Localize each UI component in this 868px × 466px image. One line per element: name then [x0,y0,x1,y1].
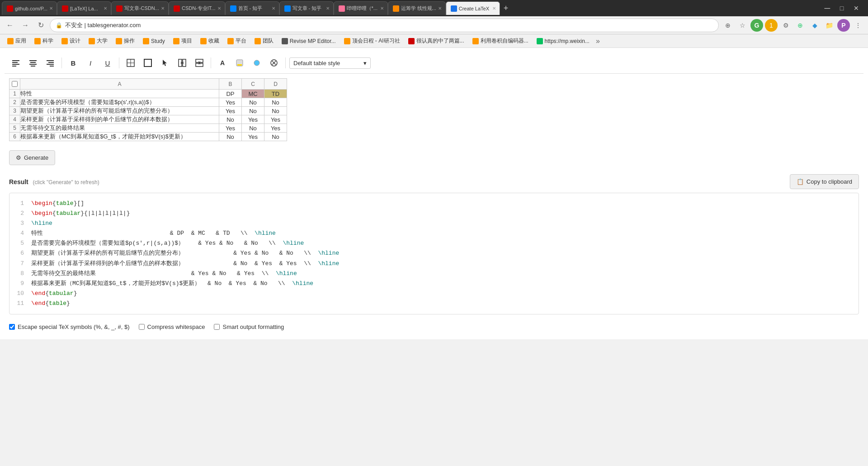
cell-1-d[interactable]: TD [264,90,287,98]
bookmark-button[interactable]: ☆ [736,19,749,32]
text-color-button[interactable]: A [215,55,230,71]
cell-6-b[interactable]: No [219,133,242,141]
bookmark-team[interactable]: 团队 [251,36,277,46]
tab-close-icon[interactable]: ✕ [380,6,384,11]
bookmark-apps[interactable]: 应用 [4,36,30,46]
smart-option[interactable]: Smart output formatting [214,323,284,330]
cell-6-a[interactable]: 根据幕来更新（MC到幕尾知道$G_t$，才能开始对$V(s)$更新） [20,133,219,141]
border-all-button[interactable] [123,55,138,71]
tab-close-icon[interactable]: ✕ [326,6,330,11]
bookmark-aiyanshe[interactable]: 顶会日程 - AI研习社 [340,36,404,46]
clear-button[interactable] [266,55,282,71]
cell-1-c[interactable]: MC [242,90,264,98]
cell-3-d[interactable]: No [264,107,287,115]
cell-4-d[interactable]: Yes [264,115,287,124]
cell-3-c[interactable]: No [242,107,264,115]
extension2-button[interactable]: ⚙ [779,19,792,32]
italic-button[interactable]: I [83,55,98,71]
bookmark-coder[interactable]: 利用卷积自编码器... [469,36,532,46]
tab-createlatex[interactable]: Create LaTeX ✕ [446,1,500,15]
translate-button[interactable]: ⊕ [722,19,734,32]
select-all-checkbox[interactable] [9,79,20,90]
bookmark-platform[interactable]: 平台 [224,36,250,46]
back-button[interactable]: ← [4,19,16,32]
refresh-button[interactable]: ↻ [34,19,47,32]
align-right-button[interactable] [42,55,58,71]
forward-button[interactable]: → [19,19,32,32]
tab-close-icon[interactable]: ✕ [438,6,442,11]
highlight-color-button[interactable] [232,55,247,71]
cell-6-d[interactable]: No [264,133,287,141]
cell-4-c[interactable]: Yes [242,115,264,124]
cell-5-b[interactable]: Yes [219,124,242,133]
tab-close-icon[interactable]: ✕ [49,6,53,11]
extension3-button[interactable]: ⊕ [794,19,807,32]
tab-close-icon[interactable]: ✕ [492,6,496,11]
cell-2-d[interactable]: No [264,98,287,107]
new-tab-button[interactable]: + [500,4,512,13]
tab-github[interactable]: github.com/P... ✕ [2,1,57,15]
align-center-button[interactable] [25,55,41,71]
cell-3-b[interactable]: Yes [219,107,242,115]
copy-to-clipboard-button[interactable]: 📋 Copy to clipboard [790,174,859,189]
tab-close-icon[interactable]: ✕ [161,6,165,11]
maximize-button[interactable]: □ [835,2,848,14]
tab-zhihu-write[interactable]: 写文章 - 知乎 ✕ [279,1,334,15]
tab-bilibili[interactable]: 哔哩哔哩（*... ✕ [334,1,388,15]
bookmark-favorites[interactable]: 收藏 [197,36,223,46]
compress-option[interactable]: Compress whitespace [139,323,205,330]
user-profile-button[interactable]: P [837,19,850,32]
extension5-button[interactable]: 📁 [823,19,835,32]
cell-2-b[interactable]: Yes [219,98,242,107]
profile-button[interactable]: G [750,19,763,32]
cell-2-c[interactable]: No [242,98,264,107]
cursor-button[interactable] [157,55,173,71]
cell-1-b[interactable]: DP [219,90,242,98]
cell-1-a[interactable]: 特性 [20,90,219,98]
tab-close-icon[interactable]: ✕ [217,6,221,11]
tab-csdn2[interactable]: CSDN-专业IT... ✕ [169,1,225,15]
bookmarks-more-icon[interactable]: » [596,37,600,45]
cell-3-a[interactable]: 期望更新（计算基于采样的所有可能后继节点的完整分布） [20,107,219,115]
cell-6-c[interactable]: Yes [242,133,264,141]
tab-yuce[interactable]: 运筹学 线性规... ✕ [388,1,446,15]
bg-color-button[interactable] [249,55,264,71]
align-left-button[interactable] [8,55,24,71]
menu-button[interactable]: ⋮ [852,19,864,32]
bookmark-weixin[interactable]: https://mp.weixin... [533,37,593,45]
bookmark-science[interactable]: 科学 [31,36,57,46]
tab-zhihu-home[interactable]: 首页 - 知乎 ✕ [225,1,279,15]
extension1-button[interactable]: 1 [765,19,778,32]
tab-close-icon[interactable]: ✕ [272,6,275,11]
tab-csdn1[interactable]: 写文章-CSDN... ✕ [111,1,169,15]
close-window-button[interactable]: ✕ [850,2,863,14]
cell-4-b[interactable]: No [219,115,242,124]
address-bar[interactable]: 🔒 不安全 | tablesgenerator.com [50,19,719,32]
bookmark-design[interactable]: 设计 [58,36,84,46]
select-all-input[interactable] [12,81,18,87]
cell-5-a[interactable]: 无需等待交互的最终结果 [20,124,219,133]
bold-button[interactable]: B [66,55,81,71]
underline-button[interactable]: U [100,55,115,71]
tab-latex[interactable]: [LaTeX] La... ✕ [57,1,111,15]
bookmark-revise[interactable]: Revise MP Editor... [278,37,340,45]
compress-checkbox[interactable] [139,324,145,330]
merge-h-button[interactable] [175,55,190,71]
smart-checkbox[interactable] [214,324,220,330]
bookmark-study[interactable]: Study [139,37,169,45]
escape-checkbox[interactable] [9,324,15,330]
tab-close-icon[interactable]: ✕ [104,6,107,11]
escape-option[interactable]: Escape special TeX symbols (%, &, _, #, … [9,323,130,330]
cell-5-d[interactable]: Yes [264,124,287,133]
bookmark-operation[interactable]: 操作 [112,36,138,46]
generate-button[interactable]: ⚙ Generate [9,150,55,165]
minimize-button[interactable]: ─ [821,2,834,14]
bookmark-project[interactable]: 项目 [170,36,196,46]
bookmark-university[interactable]: 大学 [85,36,111,46]
border-outer-button[interactable] [140,55,156,71]
style-dropdown[interactable]: Default table style ▾ [289,57,371,69]
cell-5-c[interactable]: No [242,124,264,133]
cell-4-a[interactable]: 采样更新（计算基于采样得到的单个后继节点的样本数据） [20,115,219,124]
extension4-button[interactable]: ◆ [808,19,821,32]
cell-2-a[interactable]: 是否需要完备的环境模型（需要知道$p(s',r|(s,a))$） [20,98,219,107]
